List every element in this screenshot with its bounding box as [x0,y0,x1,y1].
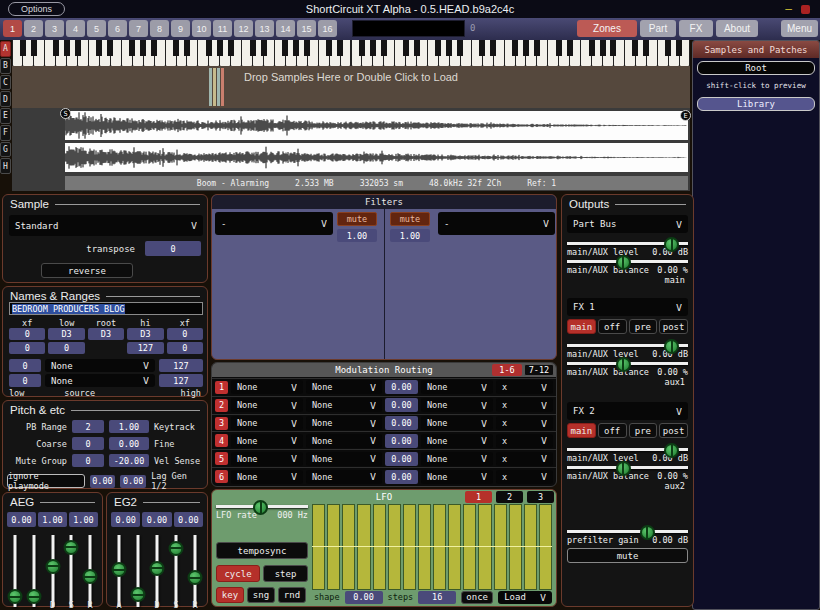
part-tab-13[interactable]: 13 [255,20,274,37]
black-key[interactable] [20,40,26,56]
black-key[interactable] [414,40,420,56]
sample-start-marker[interactable]: S [60,108,71,119]
zone-row-e[interactable]: E [0,108,11,124]
key-low[interactable]: D3 [48,328,84,340]
mod-depth-value[interactable]: 0.00 [385,416,418,430]
waveform-display[interactable]: S E Boom - Alarming 2.533 MB 332053 sm 4… [12,108,690,191]
black-key[interactable] [140,40,146,56]
zone-row-c[interactable]: C [0,75,11,91]
black-key[interactable] [676,40,682,56]
eg-slider-3[interactable]: D [45,533,61,610]
part-tab-14[interactable]: 14 [276,20,295,37]
eg-slider-4[interactable]: S [63,533,79,610]
mod-mul-dropdown[interactable]: x [496,470,553,484]
lfo-step-bar[interactable] [373,504,386,590]
waveform-left-channel[interactable] [65,111,688,140]
playmode-dropdown[interactable]: Standard [9,215,203,236]
mod-depth-value[interactable]: 0.00 [385,398,418,412]
fx2-dropdown[interactable]: FX 2 [567,402,688,420]
reverse-button[interactable]: reverse [41,263,133,278]
mod-via-dropdown[interactable]: None [306,452,382,466]
lag-gen1-value[interactable]: 0.00 [90,475,116,488]
mod-dest-dropdown[interactable]: None [421,380,493,394]
tab-part[interactable]: Part [640,20,676,37]
black-key[interactable] [304,40,310,56]
zone-row-h[interactable]: H [0,158,11,174]
eg-slider-knob[interactable] [83,569,98,584]
part-tab-11[interactable]: 11 [213,20,232,37]
keyboard[interactable] [12,40,690,66]
steps-value[interactable]: 16 [418,591,456,604]
black-key[interactable] [381,40,387,56]
black-key[interactable] [589,40,595,56]
lfo-step-bar[interactable] [357,504,370,590]
fx1-main-button[interactable]: main [567,319,596,334]
black-key[interactable] [261,40,267,56]
filter2-gain-value[interactable]: 1.00 [390,229,430,242]
eg-slider-knob[interactable] [64,540,79,555]
black-key[interactable] [534,40,540,56]
key-xf-hi[interactable]: 0 [167,328,203,340]
shape-value[interactable]: 0.00 [345,591,383,604]
lfo-step-bar[interactable] [494,504,507,590]
prefilter-gain-knob[interactable] [640,525,655,540]
mod-via-dropdown[interactable]: None [306,398,382,412]
eg2-value-3[interactable]: 0.00 [174,512,203,527]
prefilter-gain-track[interactable] [567,530,688,533]
aeg-value-1[interactable]: 0.00 [7,512,36,527]
fx1-dropdown[interactable]: FX 1 [567,298,688,316]
lfo-rate-slider[interactable]: LFO rate 000 Hz [216,502,308,524]
black-key[interactable] [643,40,649,56]
mod-mul-dropdown[interactable]: x [496,416,553,430]
mod-source-dropdown[interactable]: None [231,470,303,484]
part-tab-15[interactable]: 15 [297,20,316,37]
part-tab-6[interactable]: 6 [108,20,127,37]
vel-sense-value[interactable]: -20.00 [109,454,149,467]
black-key[interactable] [435,40,441,56]
black-key[interactable] [479,40,485,56]
fx1-off-button[interactable]: off [598,319,627,334]
black-key[interactable] [600,40,606,56]
mod-source-dropdown[interactable]: None [231,434,303,448]
black-key[interactable] [228,40,234,56]
mod-via-dropdown[interactable]: None [306,416,382,430]
zone-row-f[interactable]: F [0,125,11,141]
black-key[interactable] [446,40,452,56]
range1-low[interactable]: 0 [9,359,41,372]
tab-fx[interactable]: FX [679,20,713,37]
black-key[interactable] [567,40,573,56]
sng-trigger-button[interactable]: sng [247,587,275,603]
lfo-step-bar[interactable] [463,504,476,590]
black-key[interactable] [665,40,671,56]
waveform-right-channel[interactable] [65,143,688,172]
zone-mute-button[interactable]: mute [567,548,688,563]
tab-about[interactable]: About [716,20,758,37]
fine-value[interactable]: 0.00 [109,437,149,450]
eg-slider-1[interactable]: A [111,533,127,610]
part-tab-5[interactable]: 5 [87,20,106,37]
key-root[interactable]: D3 [88,328,124,340]
black-key[interactable] [632,40,638,56]
mod-dest-dropdown[interactable]: None [421,470,493,484]
black-key[interactable] [403,40,409,56]
part-tab-9[interactable]: 9 [171,20,190,37]
eg-slider-2[interactable] [26,533,42,610]
mod-mul-dropdown[interactable]: x [496,434,553,448]
mod-dest-dropdown[interactable]: None [421,452,493,466]
ignore-playmode-button[interactable]: ignore playmode [7,474,85,488]
vel-hi[interactable]: 127 [127,342,163,354]
mod-source-dropdown[interactable]: None [231,380,303,394]
lfo-load-dropdown[interactable]: Load [498,591,552,604]
filter1-type-dropdown[interactable]: - [215,212,333,235]
lfo-tab-1[interactable]: 1 [465,491,492,503]
lfo-tab-2[interactable]: 2 [496,491,523,503]
range1-source-dropdown[interactable]: None [45,359,155,372]
part-tab-3[interactable]: 3 [45,20,64,37]
mod-via-dropdown[interactable]: None [306,470,382,484]
library-button[interactable]: Library [697,97,815,111]
aeg-value-2[interactable]: 1.00 [38,512,67,527]
lfo-step-bar[interactable] [327,504,340,590]
black-key[interactable] [512,40,518,56]
part-tab-4[interactable]: 4 [66,20,85,37]
eg-slider-knob[interactable] [8,589,23,604]
